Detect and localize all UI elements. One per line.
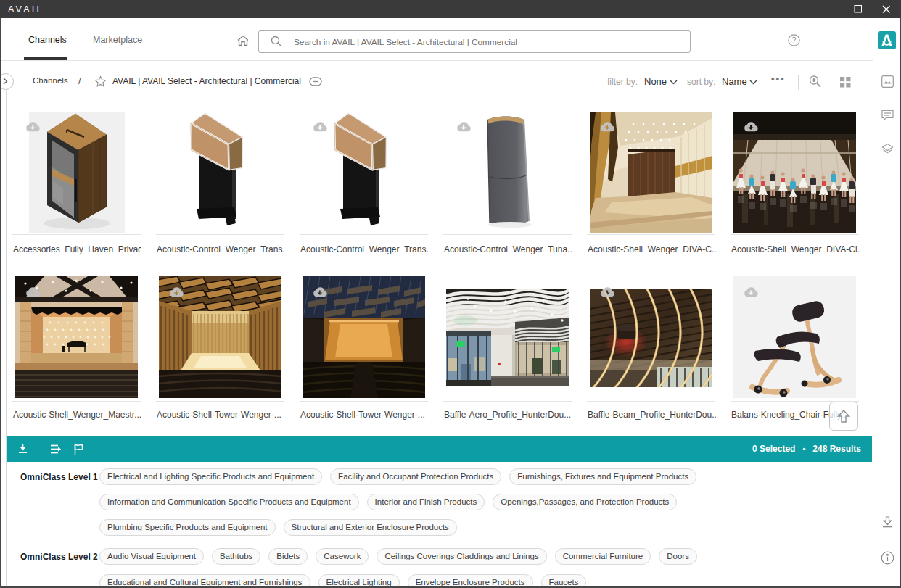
svg-text:?: ? [792,36,797,44]
